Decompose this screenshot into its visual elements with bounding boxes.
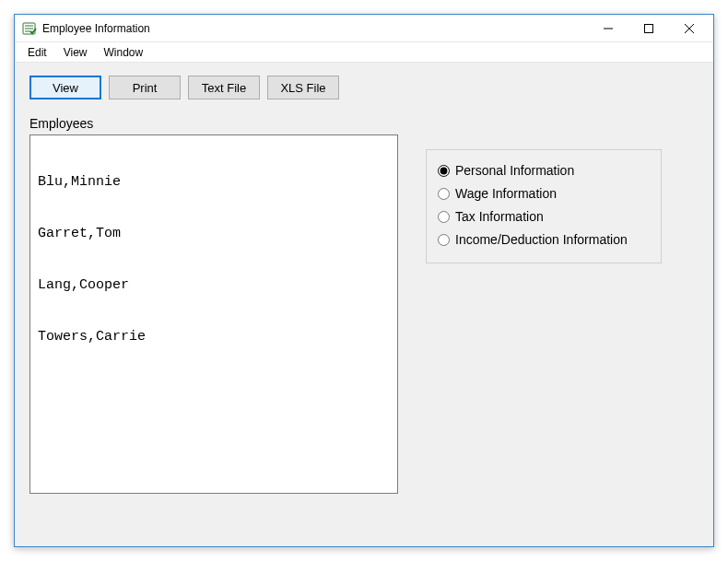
content-row: Blu,Minnie Garret,Tom Lang,Cooper Towers… (29, 134, 699, 494)
radio-input[interactable] (438, 165, 450, 177)
menubar: Edit View Window (15, 42, 713, 63)
menu-window[interactable]: Window (96, 44, 150, 61)
list-item[interactable]: Blu,Minnie (38, 174, 390, 192)
radio-label: Wage Information (455, 184, 557, 204)
toolbar: View Print Text File XLS File (29, 76, 699, 99)
menu-edit[interactable]: Edit (20, 44, 54, 61)
employees-listbox[interactable]: Blu,Minnie Garret,Tom Lang,Cooper Towers… (29, 134, 398, 494)
menu-view[interactable]: View (56, 44, 95, 61)
radio-input[interactable] (438, 188, 450, 200)
svg-rect-1 (645, 24, 653, 32)
minimize-button[interactable] (588, 16, 628, 41)
view-button[interactable]: View (29, 76, 101, 99)
radio-label: Personal Information (455, 161, 574, 181)
maximize-icon (644, 24, 653, 33)
employee-info-window: Employee Information Edit View Window Vi… (14, 14, 714, 547)
employees-label: Employees (29, 116, 699, 131)
titlebar: Employee Information (15, 15, 713, 42)
radio-label: Tax Information (455, 207, 544, 227)
list-item[interactable]: Garret,Tom (38, 226, 390, 243)
maximize-button[interactable] (628, 16, 669, 41)
info-type-group: Personal Information Wage Information Ta… (426, 149, 662, 263)
radio-input[interactable] (438, 234, 450, 246)
radio-income-deduction-information[interactable]: Income/Deduction Information (438, 228, 648, 251)
app-icon (22, 21, 37, 36)
radio-wage-information[interactable]: Wage Information (438, 182, 648, 205)
text-file-button[interactable]: Text File (188, 76, 260, 99)
xls-file-button[interactable]: XLS File (267, 76, 339, 99)
radio-input[interactable] (438, 211, 450, 223)
close-icon (685, 24, 694, 33)
radio-personal-information[interactable]: Personal Information (438, 159, 648, 182)
minimize-icon (604, 24, 613, 33)
list-item[interactable]: Lang,Cooper (38, 277, 390, 295)
close-button[interactable] (669, 16, 710, 41)
list-item[interactable]: Towers,Carrie (38, 329, 390, 346)
client-area: View Print Text File XLS File Employees … (15, 63, 713, 546)
radio-label: Income/Deduction Information (455, 230, 628, 250)
window-title: Employee Information (42, 22, 150, 35)
radio-tax-information[interactable]: Tax Information (438, 205, 648, 228)
print-button[interactable]: Print (109, 76, 181, 99)
